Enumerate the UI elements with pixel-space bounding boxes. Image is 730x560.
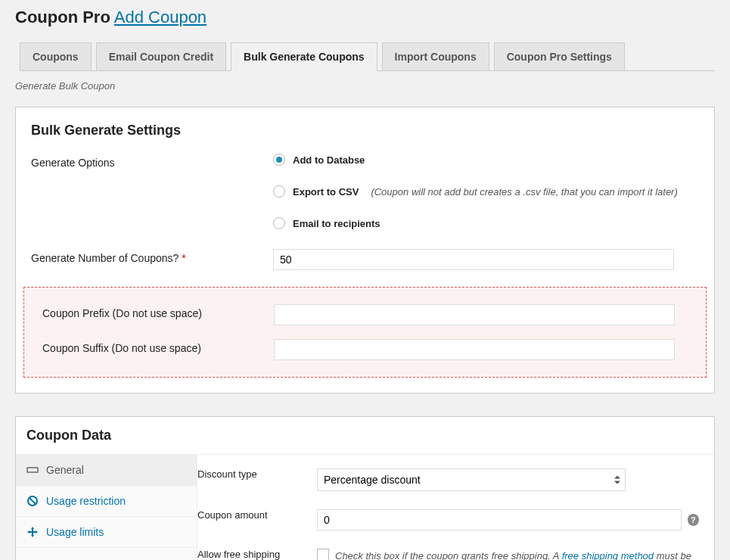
radio-icon	[273, 154, 285, 166]
coupon-side-tabs: General Usage restriction Usage limits	[16, 455, 197, 560]
prefix-label: Coupon Prefix (Do not use space)	[39, 304, 274, 319]
tab-settings[interactable]: Coupon Pro Settings	[494, 42, 625, 71]
radio-export-csv[interactable]: Export to CSV (Coupon will not add but c…	[273, 185, 699, 198]
suffix-input[interactable]	[274, 339, 675, 360]
tab-coupons[interactable]: Coupons	[20, 42, 92, 71]
free-shipping-checkbox[interactable]	[317, 549, 329, 560]
add-coupon-link[interactable]: Add Coupon	[114, 8, 207, 26]
prefix-input[interactable]	[274, 304, 675, 325]
tab-email-credit[interactable]: Email Coupon Credit	[96, 42, 226, 71]
free-shipping-description: Check this box if the coupon grants free…	[335, 549, 699, 560]
tab-import[interactable]: Import Coupons	[382, 42, 489, 71]
ban-icon	[26, 495, 39, 507]
bulk-heading: Bulk Generate Settings	[31, 123, 699, 138]
move-icon	[26, 526, 39, 538]
coupon-data-panel: Coupon Data General Usage restriction Us…	[15, 416, 715, 560]
ticket-icon	[26, 464, 39, 476]
generate-options-label: Generate Options	[31, 154, 273, 169]
side-tab-label: Usage limits	[46, 526, 104, 538]
radio-icon	[273, 185, 285, 198]
radio-label: Email to recipients	[293, 218, 381, 229]
side-tab-label: General	[46, 464, 84, 476]
num-coupons-label: Generate Number of Coupons? *	[31, 249, 273, 264]
svg-line-3	[30, 498, 36, 504]
coupon-data-heading: Coupon Data	[16, 417, 714, 455]
side-tab-usage-restriction[interactable]: Usage restriction	[16, 486, 197, 517]
free-shipping-method-link[interactable]: free shipping method	[562, 550, 654, 560]
radio-label: Export to CSV	[293, 186, 359, 198]
coupon-amount-label: Coupon amount	[197, 509, 317, 521]
discount-type-label: Discount type	[197, 468, 317, 480]
radio-icon	[273, 217, 285, 229]
prefix-suffix-box: Coupon Prefix (Do not use space) Coupon …	[23, 287, 707, 378]
tab-bulk-generate[interactable]: Bulk Generate Coupons	[231, 42, 377, 71]
side-tab-usage-limits[interactable]: Usage limits	[16, 517, 197, 548]
bulk-settings-panel: Bulk Generate Settings Generate Options …	[15, 107, 715, 394]
radio-add-to-database[interactable]: Add to Databse	[273, 154, 699, 166]
radio-email-recipients[interactable]: Email to recipients	[273, 217, 699, 229]
num-coupons-input[interactable]	[273, 249, 674, 270]
svg-rect-1	[28, 468, 37, 471]
main-tabs: Coupons Email Coupon Credit Bulk Generat…	[20, 42, 715, 71]
breadcrumb: Generate Bulk Coupon	[15, 80, 715, 92]
coupon-data-content: Discount type Percentage discount Coupon…	[197, 455, 714, 560]
free-shipping-label: Allow free shipping	[197, 549, 317, 560]
radio-hint: (Coupon will not add but creates a .csv …	[371, 186, 677, 198]
side-tab-general[interactable]: General	[16, 455, 197, 486]
page-title-text: Coupon Pro	[15, 8, 110, 26]
suffix-label: Coupon Suffix (Do not use space)	[39, 339, 274, 354]
discount-type-select[interactable]: Percentage discount	[317, 468, 626, 491]
coupon-amount-input[interactable]	[317, 509, 682, 530]
help-icon[interactable]: ?	[688, 514, 699, 526]
side-tab-label: Usage restriction	[46, 495, 126, 507]
page-title: Coupon Pro Add Coupon	[15, 8, 715, 27]
radio-label: Add to Databse	[293, 154, 365, 166]
